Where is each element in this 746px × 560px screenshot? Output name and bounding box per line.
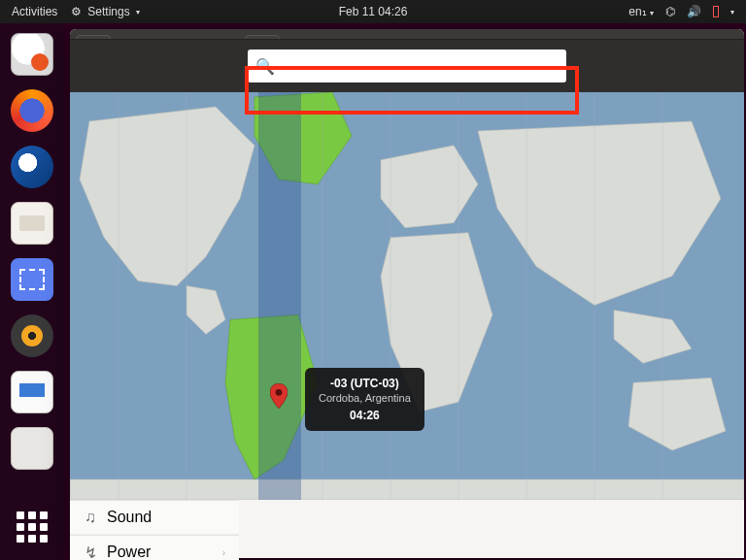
- network-icon[interactable]: ⌬: [665, 5, 675, 18]
- dock-item-rhythmbox[interactable]: [11, 314, 53, 357]
- timezone-search-input[interactable]: [281, 58, 559, 74]
- dock: [0, 23, 64, 560]
- chevron-right-icon: ›: [222, 547, 225, 558]
- search-icon: 🔍: [255, 57, 275, 76]
- sidebar-item-power[interactable]: ↯ Power ›: [70, 535, 239, 560]
- sidebar-item-sound[interactable]: ♫ Sound: [70, 500, 239, 535]
- sidebar-item-label: Power: [107, 544, 151, 560]
- gear-icon: ⚙: [71, 5, 82, 18]
- note-icon: ♫: [84, 509, 97, 526]
- dock-item-thunderbird[interactable]: [11, 146, 53, 188]
- app-menu-label: Settings: [87, 5, 129, 18]
- dock-item-software[interactable]: [11, 427, 53, 470]
- timezone-search-bar: 🔍: [70, 40, 744, 92]
- dock-item-screenshot[interactable]: [11, 258, 53, 301]
- timezone-search-field[interactable]: 🔍: [248, 49, 566, 82]
- timezone-name: -03 (UTC-03): [319, 376, 411, 391]
- sidebar-item-label: Sound: [107, 509, 152, 526]
- timezone-time: 04:26: [319, 408, 411, 423]
- panel-clock[interactable]: Feb 11 04:26: [339, 5, 408, 18]
- world-map-svg: [70, 92, 744, 500]
- timezone-picker: 🔍: [70, 39, 744, 500]
- chevron-down-icon: ▾: [136, 8, 140, 16]
- timezone-map[interactable]: -03 (UTC-03) Cordoba, Argentina 04:26: [70, 92, 744, 500]
- input-language-indicator[interactable]: en₁ ▾: [628, 5, 654, 18]
- activities-button[interactable]: Activities: [12, 5, 57, 18]
- bolt-icon: ↯: [84, 544, 97, 561]
- dock-show-applications[interactable]: [11, 506, 53, 548]
- dock-item-ubiquity[interactable]: [11, 33, 53, 76]
- input-language-label: en₁: [628, 5, 646, 18]
- dock-item-files[interactable]: [11, 202, 53, 245]
- battery-icon[interactable]: [713, 6, 719, 17]
- sidebar-partial: ♫ Sound ↯ Power ›: [70, 500, 239, 560]
- chevron-down-icon[interactable]: ▾: [730, 8, 734, 16]
- volume-icon[interactable]: 🔊: [687, 5, 701, 18]
- location-pin-icon: [270, 383, 288, 409]
- timezone-tooltip: -03 (UTC-03) Cordoba, Argentina 04:26: [305, 368, 424, 431]
- timezone-location: Cordoba, Argentina: [319, 391, 411, 406]
- selected-timezone-band: [258, 92, 301, 500]
- app-menu[interactable]: ⚙ Settings ▾: [71, 5, 139, 18]
- svg-point-8: [276, 389, 283, 396]
- top-panel: Activities ⚙ Settings ▾ Feb 11 04:26 en₁…: [0, 0, 746, 23]
- dock-item-libreoffice-writer[interactable]: [11, 371, 53, 413]
- dock-item-firefox[interactable]: [11, 89, 53, 132]
- chevron-down-icon: ▾: [650, 9, 654, 17]
